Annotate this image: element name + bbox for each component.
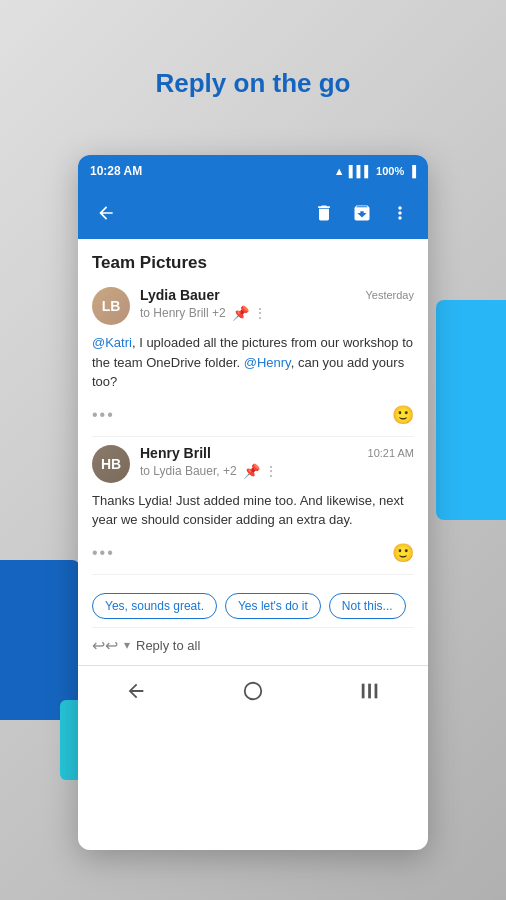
bottom-nav (78, 665, 428, 717)
sender-name-2: Henry Brill (140, 445, 211, 461)
email-time-2: 10:21 AM (368, 447, 414, 459)
mention-katri: @Katri (92, 335, 132, 350)
email-sender-info-2: Henry Brill 10:21 AM to Lydia Bauer, +2 … (140, 445, 414, 479)
svg-rect-2 (368, 684, 371, 699)
more-dots-1[interactable]: ••• (92, 406, 115, 424)
toolbar-icons (308, 197, 416, 229)
battery-icon: ▐ (408, 165, 416, 177)
sender-row-2: Henry Brill 10:21 AM (140, 445, 414, 461)
email-card-2: HB Henry Brill 10:21 AM to Lydia Bauer, … (92, 445, 414, 575)
nav-home-button[interactable] (222, 672, 284, 710)
reply-to-text: Reply to all (136, 638, 200, 653)
email-header-1: LB Lydia Bauer Yesterday to Henry Brill … (92, 287, 414, 325)
email-footer-1: ••• 🙂 (92, 400, 414, 437)
email-footer-2: ••• 🙂 (92, 538, 414, 575)
email-card-1: LB Lydia Bauer Yesterday to Henry Brill … (92, 287, 414, 437)
content-area: Team Pictures LB Lydia Bauer Yesterday t… (78, 239, 428, 665)
pin-icon-1: 📌 (232, 305, 249, 321)
reply-suggestions: Yes, sounds great. Yes let's do it Not t… (92, 583, 414, 627)
email-action-icons-2: 📌 ⋮ (243, 463, 278, 479)
mention-henry: @Henry (244, 355, 291, 370)
status-indicators: ▲ ▌▌▌ 100% ▐ (334, 165, 416, 177)
avatar-henry: HB (92, 445, 130, 483)
app-toolbar (78, 187, 428, 239)
reply-all-icon: ↩↩ (92, 636, 118, 655)
nav-back-button[interactable] (105, 672, 167, 710)
battery-level: 100% (376, 165, 404, 177)
svg-rect-3 (374, 684, 377, 699)
page-title: Reply on the go (0, 68, 506, 99)
pin-icon-2: 📌 (243, 463, 260, 479)
email-body-2: Thanks Lydia! Just added mine too. And l… (92, 491, 414, 538)
recipient-row-1: to Henry Brill +2 📌 ⋮ (140, 305, 414, 321)
avatar-lydia: LB (92, 287, 130, 325)
status-bar: 10:28 AM ▲ ▌▌▌ 100% ▐ (78, 155, 428, 187)
bg-decoration-right (436, 300, 506, 520)
recipient-row-2: to Lydia Bauer, +2 📌 ⋮ (140, 463, 414, 479)
sender-name-1: Lydia Bauer (140, 287, 220, 303)
svg-point-0 (245, 683, 262, 700)
svg-rect-1 (361, 684, 364, 699)
email-time-1: Yesterday (365, 289, 414, 301)
delete-button[interactable] (308, 197, 340, 229)
more-button[interactable] (384, 197, 416, 229)
nav-recents-button[interactable] (339, 672, 401, 710)
more-icon-2[interactable]: ⋮ (264, 463, 278, 479)
email-action-icons-1: 📌 ⋮ (232, 305, 267, 321)
emoji-button-1[interactable]: 🙂 (392, 404, 414, 426)
reply-chip-3[interactable]: Not this... (329, 593, 406, 619)
bg-decoration-left (0, 560, 80, 720)
signal-icon: ▌▌▌ (349, 165, 372, 177)
recipient-text-1: to Henry Brill +2 (140, 306, 226, 320)
wifi-icon: ▲ (334, 165, 345, 177)
more-icon-1[interactable]: ⋮ (253, 305, 267, 321)
phone-frame: 10:28 AM ▲ ▌▌▌ 100% ▐ (78, 155, 428, 850)
emoji-button-2[interactable]: 🙂 (392, 542, 414, 564)
reply-chevron-icon[interactable]: ▾ (124, 638, 130, 652)
more-dots-2[interactable]: ••• (92, 544, 115, 562)
email-body-1: @Katri, I uploaded all the pictures from… (92, 333, 414, 400)
email-header-2: HB Henry Brill 10:21 AM to Lydia Bauer, … (92, 445, 414, 483)
archive-button[interactable] (346, 197, 378, 229)
back-button[interactable] (90, 197, 122, 229)
reply-chip-2[interactable]: Yes let's do it (225, 593, 321, 619)
reply-bar[interactable]: ↩↩ ▾ Reply to all (92, 627, 414, 665)
reply-chip-1[interactable]: Yes, sounds great. (92, 593, 217, 619)
status-time: 10:28 AM (90, 164, 142, 178)
conversation-title: Team Pictures (92, 253, 414, 273)
sender-row-1: Lydia Bauer Yesterday (140, 287, 414, 303)
recipient-text-2: to Lydia Bauer, +2 (140, 464, 237, 478)
email-sender-info-1: Lydia Bauer Yesterday to Henry Brill +2 … (140, 287, 414, 321)
